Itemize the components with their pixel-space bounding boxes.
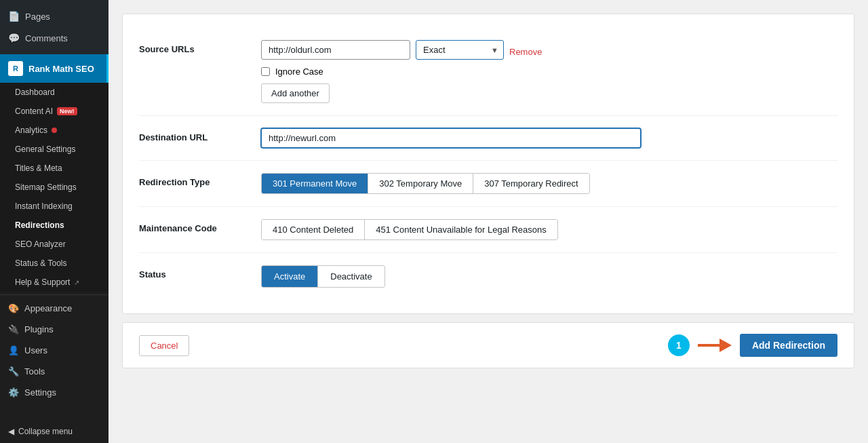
sitemap-settings-label: Sitemap Settings (15, 182, 77, 192)
rank-math-title: Rank Math SEO (28, 64, 94, 74)
plugins-icon: 🔌 (8, 324, 19, 334)
redirections-label: Redirections (15, 220, 64, 230)
status-row: Status Activate Deactivate (139, 253, 837, 300)
deactivate-button[interactable]: Deactivate (318, 266, 384, 287)
titles-meta-label: Titles & Meta (15, 163, 62, 173)
new-badge: New! (57, 107, 77, 115)
users-icon: 👤 (8, 345, 19, 355)
code-451-button[interactable]: 451 Content Unavailable for Legal Reason… (365, 220, 557, 239)
ignore-case-label: Ignore Case (275, 66, 323, 77)
content-ai-label: Content AI (15, 107, 53, 116)
sidebar-item-users[interactable]: 👤 Users (0, 340, 108, 361)
seo-analyzer-label: SEO Analyzer (15, 239, 66, 249)
source-urls-label: Source URLs (139, 40, 248, 54)
appearance-label: Appearance (24, 303, 72, 313)
redirection-type-control: 301 Permanent Move 302 Temporary Move 30… (261, 173, 837, 194)
activate-button[interactable]: Activate (262, 266, 318, 287)
redirect-302-button[interactable]: 302 Temporary Move (368, 174, 473, 193)
sidebar-item-status-tools[interactable]: Status & Tools (0, 254, 108, 273)
source-urls-control: Exact Contains Starts With Ends With Reg… (261, 40, 837, 103)
remove-link[interactable]: Remove (509, 43, 542, 57)
status-tools-label: Status & Tools (15, 258, 67, 268)
redirection-type-row: Redirection Type 301 Permanent Move 302 … (139, 161, 837, 207)
collapse-menu-button[interactable]: ◀ Collapse menu (0, 420, 108, 443)
redirection-type-label: Redirection Type (139, 173, 248, 187)
status-group: Activate Deactivate (261, 265, 385, 288)
match-type-wrapper: Exact Contains Starts With Ends With Reg… (416, 40, 504, 60)
destination-url-row: Destination URL (139, 116, 837, 161)
destination-url-input[interactable] (261, 128, 641, 148)
redirect-307-button[interactable]: 307 Temporary Redirect (473, 174, 589, 193)
sidebar-item-comments[interactable]: 💬 Comments (0, 27, 108, 49)
plugins-label: Plugins (24, 324, 54, 334)
add-redirection-button[interactable]: Add Redirection (740, 334, 837, 357)
sidebar-item-sitemap-settings[interactable]: Sitemap Settings (0, 178, 108, 197)
sidebar-item-dashboard[interactable]: Dashboard (0, 83, 108, 102)
sidebar-item-redirections[interactable]: Redirections (0, 216, 108, 235)
sidebar-item-analytics[interactable]: Analytics (0, 121, 108, 140)
svg-marker-1 (719, 339, 732, 352)
sidebar: 📄 Pages 💬 Comments R Rank Math SEO Dashb… (0, 0, 108, 443)
destination-url-label: Destination URL (139, 128, 248, 142)
sidebar-item-pages-label: Pages (25, 12, 50, 22)
add-another-button[interactable]: Add another (261, 83, 330, 103)
sidebar-item-seo-analyzer[interactable]: SEO Analyzer (0, 235, 108, 254)
step-badge: 1 (668, 334, 690, 356)
collapse-icon: ◀ (8, 427, 14, 436)
footer-right: 1 Add Redirection (668, 334, 837, 357)
settings-icon: ⚙️ (8, 387, 19, 398)
cancel-button[interactable]: Cancel (139, 335, 189, 356)
sidebar-item-comments-label: Comments (25, 33, 68, 43)
status-control: Activate Deactivate (261, 265, 837, 288)
redirect-301-button[interactable]: 301 Permanent Move (262, 174, 368, 193)
source-url-input[interactable] (261, 40, 410, 60)
main-content: Source URLs Exact Contains Starts With E… (108, 0, 868, 443)
analytics-dot (52, 128, 57, 133)
external-link-icon: ↗ (74, 279, 79, 286)
arrow-icon (698, 336, 732, 355)
form-body: Source URLs Exact Contains Starts With E… (123, 14, 854, 313)
sidebar-item-pages[interactable]: 📄 Pages (0, 5, 108, 27)
dashboard-label: Dashboard (15, 88, 55, 97)
form-card: Source URLs Exact Contains Starts With E… (122, 14, 854, 314)
settings-label: Settings (24, 387, 56, 398)
sidebar-item-help-support[interactable]: Help & Support ↗ (0, 273, 108, 292)
redirection-type-group: 301 Permanent Move 302 Temporary Move 30… (261, 173, 590, 194)
sidebar-item-tools[interactable]: 🔧 Tools (0, 361, 108, 382)
destination-url-control (261, 128, 837, 148)
rank-math-logo: R (8, 61, 23, 76)
general-settings-label: General Settings (15, 145, 75, 154)
source-urls-row: Source URLs Exact Contains Starts With E… (139, 28, 837, 116)
status-label: Status (139, 265, 248, 280)
users-label: Users (24, 345, 47, 355)
sidebar-item-instant-indexing[interactable]: Instant Indexing (0, 197, 108, 216)
tools-icon: 🔧 (8, 366, 19, 377)
tools-label: Tools (24, 366, 45, 377)
ignore-case-row: Ignore Case (261, 66, 837, 77)
maintenance-code-group: 410 Content Deleted 451 Content Unavaila… (261, 219, 558, 240)
maintenance-code-control: 410 Content Deleted 451 Content Unavaila… (261, 219, 837, 240)
rank-math-header[interactable]: R Rank Math SEO (0, 54, 108, 83)
analytics-label: Analytics (15, 126, 47, 135)
collapse-label: Collapse menu (18, 427, 73, 436)
instant-indexing-label: Instant Indexing (15, 201, 73, 211)
appearance-icon: 🎨 (8, 303, 19, 313)
sidebar-item-plugins[interactable]: 🔌 Plugins (0, 319, 108, 340)
sidebar-item-titles-meta[interactable]: Titles & Meta (0, 159, 108, 178)
maintenance-code-row: Maintenance Code 410 Content Deleted 451… (139, 207, 837, 253)
match-type-select[interactable]: Exact Contains Starts With Ends With Reg… (416, 40, 504, 60)
comments-icon: 💬 (8, 33, 20, 43)
sidebar-item-content-ai[interactable]: Content AI New! (0, 102, 108, 121)
ignore-case-checkbox[interactable] (261, 67, 270, 76)
form-footer: Cancel 1 Add Redirection (122, 322, 854, 368)
help-support-label: Help & Support (15, 277, 70, 287)
code-410-button[interactable]: 410 Content Deleted (262, 220, 365, 239)
sidebar-item-general-settings[interactable]: General Settings (0, 140, 108, 159)
sidebar-item-settings[interactable]: ⚙️ Settings (0, 382, 108, 403)
pages-icon: 📄 (8, 11, 20, 22)
sidebar-item-appearance[interactable]: 🎨 Appearance (0, 298, 108, 319)
maintenance-code-label: Maintenance Code (139, 219, 248, 233)
